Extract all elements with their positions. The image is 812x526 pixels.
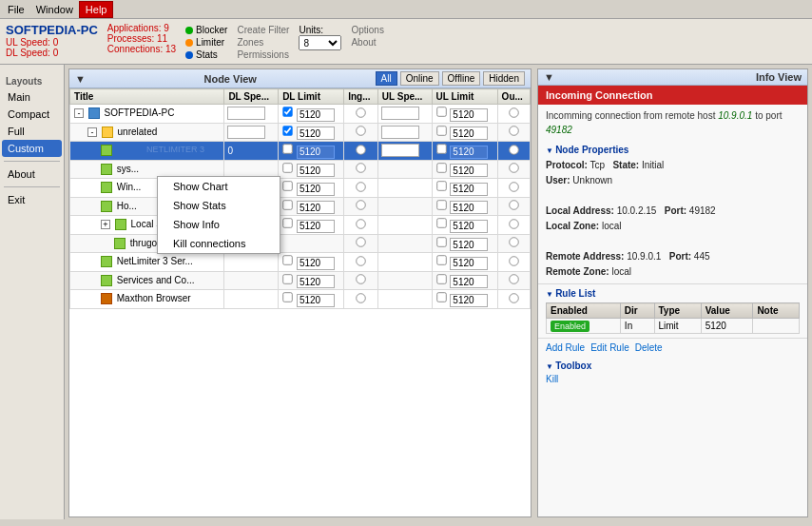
menu-window[interactable]: Window [30,2,79,17]
ul-limit-input[interactable] [450,201,488,214]
units-select[interactable]: 8 [299,35,341,50]
sidebar-item-full[interactable]: Full [2,123,62,140]
rule-col-dir[interactable]: Dir [620,303,654,319]
sidebar-item-about[interactable]: About [2,166,62,183]
out-radio[interactable] [509,164,518,173]
blocker-toggle[interactable]: Blocker [185,25,227,35]
ul-limit-checkbox[interactable] [436,181,446,190]
ing-radio[interactable] [356,256,365,265]
out-radio[interactable] [509,275,518,284]
ul-limit-input[interactable] [450,275,488,288]
ul-limit-input[interactable] [450,183,488,196]
ul-limit-checkbox[interactable] [436,107,446,116]
ul-limit-checkbox[interactable] [436,274,446,283]
add-rule-link[interactable]: Add Rule [546,342,585,353]
ul-limit-checkbox[interactable] [436,255,446,264]
table-row[interactable]: Ho... [70,197,531,216]
dl-limit-checkbox[interactable] [282,218,292,227]
dl-limit-input[interactable] [297,108,335,122]
ul-limit-checkbox[interactable] [436,237,446,246]
dl-limit-input[interactable] [297,257,335,270]
col-out[interactable]: Ou... [497,89,530,105]
dl-limit-checkbox[interactable] [282,163,292,172]
node-table-wrapper[interactable]: Title DL Spe... DL Limit Ing... UL Spe..… [69,88,531,516]
ing-radio[interactable] [356,127,365,136]
ul-speed-input[interactable] [381,144,419,157]
dl-limit-checkbox[interactable] [282,255,292,264]
col-dl-speed[interactable]: DL Spe... [224,89,279,105]
dl-limit-input[interactable] [297,220,335,233]
ul-limit-input[interactable] [450,220,488,233]
rule-col-value[interactable]: Value [701,303,753,319]
edit-rule-link[interactable]: Edit Rule [590,342,629,353]
stats-toggle[interactable]: Stats [185,49,227,60]
dl-limit-checkbox[interactable] [282,181,292,190]
out-radio[interactable] [509,182,518,191]
delete-rule-link[interactable]: Delete [635,342,663,353]
col-title[interactable]: Title [70,89,224,105]
table-row[interactable]: - SOFTPEDIA-PC [70,105,531,124]
col-ing[interactable]: Ing... [344,89,378,105]
limiter-toggle[interactable]: Limiter [185,37,227,48]
ul-speed-input[interactable] [381,107,419,120]
ul-limit-checkbox[interactable] [436,144,446,153]
sidebar-item-compact[interactable]: Compact [2,106,62,123]
ul-limit-checkbox[interactable] [436,126,446,135]
ul-limit-input[interactable] [450,257,488,270]
create-filter-link[interactable]: Create Filter [237,25,289,35]
context-menu-show-stats[interactable]: Show Stats [158,196,280,215]
dl-limit-checkbox[interactable] [282,292,292,302]
dl-limit-input[interactable] [297,201,335,214]
ing-radio[interactable] [356,238,365,247]
tree-expand-icon[interactable]: - [74,108,84,118]
table-row[interactable]: NetLimiter 3 Ser... [70,253,531,272]
permissions-link[interactable]: Permissions [237,49,289,60]
table-row[interactable]: Win... [70,179,531,198]
ing-radio[interactable] [356,293,365,302]
out-radio[interactable] [509,238,518,247]
dl-limit-input[interactable] [297,164,335,177]
ul-limit-checkbox[interactable] [436,292,446,302]
sidebar-item-main[interactable]: Main [2,88,62,106]
options-link[interactable]: Options [351,25,383,35]
out-radio[interactable] [509,256,518,265]
ul-speed-input[interactable] [381,126,419,139]
menu-help[interactable]: Help [79,1,114,18]
col-dl-limit[interactable]: DL Limit [279,89,344,105]
ul-limit-input[interactable] [450,127,488,140]
table-row[interactable]: Services and Co... [70,271,531,290]
ing-radio[interactable] [356,182,365,191]
table-row[interactable]: + Local Security A... [70,216,531,235]
filter-all-btn[interactable]: All [376,71,397,86]
ing-radio[interactable] [356,201,365,210]
ul-limit-checkbox[interactable] [436,200,446,209]
ul-limit-input[interactable] [450,146,488,159]
ul-limit-input[interactable] [450,164,488,177]
ul-limit-checkbox[interactable] [436,163,446,172]
rule-col-note[interactable]: Note [753,303,800,319]
table-row[interactable]: thrugoing [70,234,531,253]
context-menu-kill-connections[interactable]: Kill connections [158,234,280,253]
context-menu-show-info[interactable]: Show Info [158,215,280,234]
rule-row[interactable]: Enabled In Limit 5120 [547,319,800,334]
context-menu-show-chart[interactable]: Show Chart [158,177,280,196]
dl-limit-checkbox[interactable] [282,200,292,209]
rule-col-type[interactable]: Type [654,303,701,319]
about-link[interactable]: About [351,37,383,48]
dl-speed-input[interactable] [227,107,265,120]
out-radio[interactable] [509,201,518,210]
sidebar-item-custom[interactable]: Custom [2,140,62,157]
table-row[interactable]: - unrelated [70,123,531,142]
out-radio[interactable] [509,293,518,302]
dl-limit-checkbox[interactable] [282,107,292,116]
out-radio[interactable] [509,145,518,154]
rule-col-enabled[interactable]: Enabled [547,303,621,319]
dl-limit-checkbox[interactable] [282,144,292,153]
table-row[interactable]: sys... [70,160,531,179]
ing-radio[interactable] [356,145,365,154]
dl-limit-input[interactable] [297,294,335,307]
ing-radio[interactable] [356,164,365,173]
table-row[interactable]: Maxthon Browser [70,290,531,309]
filter-offline-btn[interactable]: Offline [442,71,481,86]
dl-limit-input[interactable] [297,127,335,140]
